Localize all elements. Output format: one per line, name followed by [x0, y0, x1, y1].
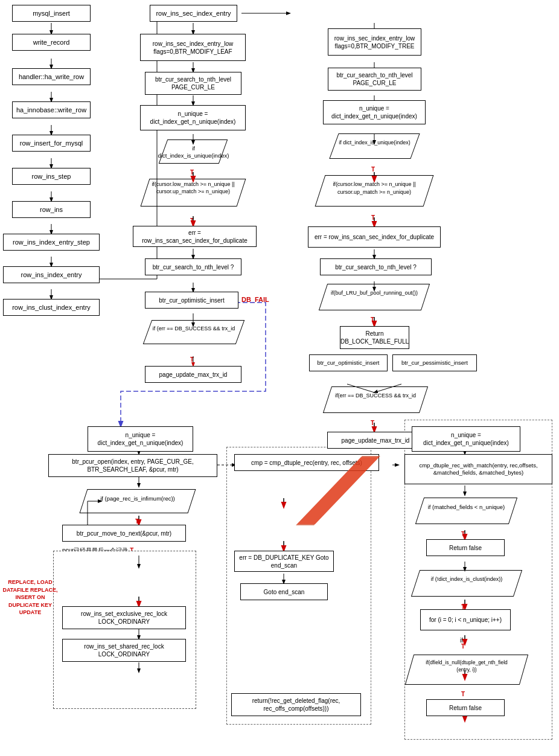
box-ha-innobase-write-row: ha_innobase::write_row — [12, 101, 91, 118]
diamond-dict-unique-1: if dict_index_is_unique(index) — [156, 136, 231, 167]
diamond-err-db-success-1: if (err == DB_SUCCESS && trx_id — [142, 317, 245, 347]
box-row-ins-set-exclusive: row_ins_set_exclusive_rec_lock LOCK_ORDI… — [62, 606, 186, 629]
box-row-ins: row_ins — [12, 201, 91, 218]
label-T-4: T — [135, 518, 139, 525]
box-write-record: write_record — [12, 34, 91, 51]
box-return-false-1: Return false — [426, 539, 505, 556]
diamond-matched-fields: if (matched_fields < n_unique) — [414, 495, 519, 527]
box-n-unique-1: n_unique = dict_index_get_n_unique(index… — [140, 105, 246, 130]
box-row-ins-sec-low-tree: row_ins_sec_index_entry_low flags=0,BTR_… — [328, 28, 421, 56]
label-db-fail: DB_FAIL — [241, 296, 269, 303]
label-replace-load: REPLACE, LOAD DATAFILE REPLACE,INSERT ON… — [0, 578, 60, 617]
box-btr-pcur-open: btr_pcur_open(index, entry, PAGE_CUR_GE,… — [48, 454, 217, 477]
box-row-ins-index-entry: row_ins_index_entry — [3, 266, 100, 283]
box-btr-cur-optimistic-2: btr_cur_optimistic_insert — [309, 354, 388, 371]
box-err-db-dup: err = DB_DUPLICATE_KEY Goto end_scan — [234, 551, 334, 572]
box-goto-end-scan: Goto end_scan — [240, 583, 328, 600]
box-btr-cur-pessimistic: btr_cur_pessimistic_insert — [392, 354, 477, 371]
diamond-dict-index-clust: if (!dict_index_is_clust(index)) — [409, 568, 524, 599]
box-row-insert-for-mysql: row_insert_for_mysql — [12, 135, 91, 152]
box-btr-cur-optimistic-1: btr_cur_optimistic_insert — [145, 292, 238, 309]
label-T-col3-4: T — [371, 420, 374, 426]
box-page-update-1: page_update_max_trx_id — [145, 366, 241, 383]
box-row-ins-index-entry-step: row_ins_index_entry_step — [3, 234, 100, 251]
diamond-buf-lru: if(buf_LRU_buf_pool_running_out()) — [317, 281, 432, 313]
diamond-page-rec-infimum: if (page_rec_is_infimum(rec)) — [77, 487, 198, 516]
label-T-1: T — [190, 169, 194, 176]
label-T-col3-2: T — [371, 214, 375, 221]
box-cmp-dtuple-match: cmp_dtuple_rec_with_match(entry, rec,off… — [404, 454, 552, 484]
label-T-3: T — [190, 356, 194, 363]
box-row-ins-step: row_ins_step — [12, 168, 91, 185]
diamond-cursor-match-2: if(cursor.low_match >= n_unique ||cursor… — [314, 172, 435, 210]
box-err-dup-1: err = row_ins_scan_sec_index_for_duplica… — [133, 226, 257, 247]
dashed-box-left-lower — [53, 551, 196, 709]
box-n-unique-lower: n_unique = dict_index_get_n_unique(index… — [88, 426, 193, 452]
diamond-cursor-match-1: if(cursor.low_match >= n_unique ||cursor… — [139, 175, 248, 210]
box-handler-ha-write-row: handler::ha_write_row — [12, 68, 91, 85]
box-btr-cur-search-nth-3: btr_cur_search_to_nth_level PAGE_CUR_LE — [328, 68, 421, 91]
diamond-dfield-null: if(dfield_is_null(dtuple_get_nth_field(e… — [403, 652, 530, 687]
box-btr-cur-search-nth-2: btr_cur_search_to_nth_level ? — [145, 258, 241, 275]
box-err-dup-2: err = row_ins_scan_sec_index_for_duplica… — [308, 226, 441, 248]
diamond-err-db-success-2: if(err == DB_SUCCESS && trx_id — [321, 384, 430, 415]
box-n-unique-3: n_unique = dict_index_get_n_unique(index… — [412, 426, 520, 452]
box-btr-pcur-move: btr_pcur_move_to_next(&pcur, mtr) — [62, 525, 186, 542]
diamond-dict-unique-2: if dict_index_is_unique(index) — [328, 131, 421, 161]
box-return-rec-deleted: return(!rec_get_deleted_flag(rec, rec_of… — [231, 693, 361, 716]
label-T-right-1: T — [461, 531, 465, 537]
label-T-2: T — [190, 217, 194, 224]
label-T-col3-3: T — [371, 316, 374, 323]
box-cmp-dtuple: cmp = cmp_dtuple_rec(entry, rec, offsets… — [234, 454, 379, 471]
box-row-ins-set-shared: row_ins_set_shared_rec_lock LOCK_ORDINAR… — [62, 639, 186, 662]
box-return-false-2: Return false — [426, 699, 505, 716]
box-page-update-2: page_update_max_trx_id — [327, 432, 424, 449]
box-n-unique-2: n_unique = dict_index_get_n_unique(index… — [323, 100, 426, 124]
box-mysql-insert: mysql_insert — [12, 5, 91, 22]
box-btr-cur-search-nth-4: btr_cur_search_to_nth_level ? — [320, 258, 432, 275]
label-T-right-3: T — [461, 643, 465, 650]
box-return-db-lock: Return DB_LOCK_TABLE_FULL — [340, 326, 409, 349]
box-row-ins-sec-index-entry: row_ins_sec_index_entry — [150, 5, 237, 22]
flowchart-diagram: mysql_insert write_record handler::ha_wr… — [0, 0, 559, 756]
label-T-right-4: T — [461, 691, 465, 697]
box-btr-cur-search-nth-1: btr_cur_search_to_nth_level PAGE_CUR_LE — [145, 72, 241, 95]
box-row-ins-clust-index-entry: row_ins_clust_index_entry — [3, 299, 100, 316]
box-row-ins-sec-low-leaf: row_ins_sec_index_entry_low flags=0,BTR_… — [140, 34, 246, 61]
box-for-loop: for (i = 0; i < n_unique; i++) — [420, 609, 511, 630]
